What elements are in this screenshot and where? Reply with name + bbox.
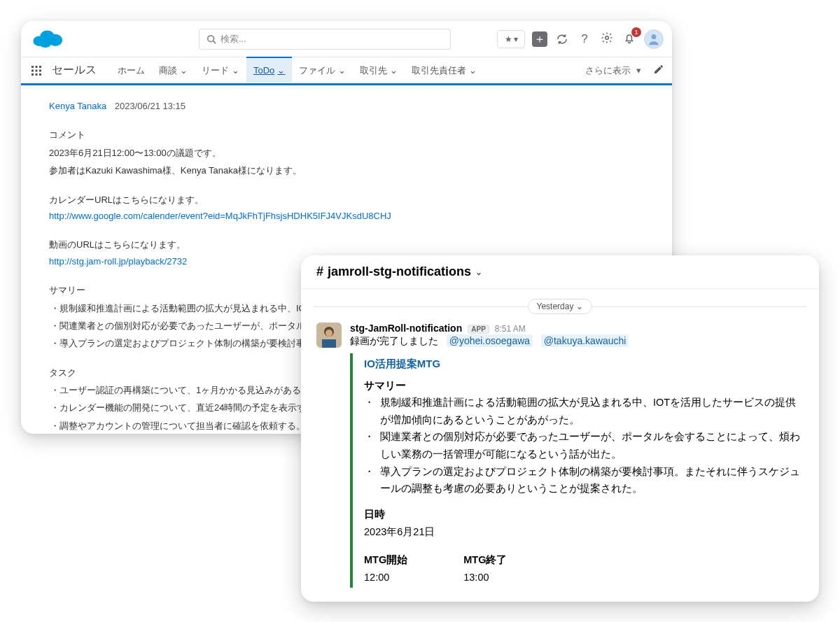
chevron-down-icon: ⌄ xyxy=(390,65,398,76)
mtg-end-value: 13:00 xyxy=(463,569,507,586)
svg-point-3 xyxy=(39,38,51,48)
nav-tab-accounts[interactable]: 取引先⌄ xyxy=(353,57,405,83)
chevron-down-icon: ⌄ xyxy=(469,65,477,76)
question-icon: ? xyxy=(581,32,587,46)
salesforce-help-sync-icon[interactable] xyxy=(554,31,570,47)
nav-tab-files[interactable]: ファイル⌄ xyxy=(292,57,353,83)
app-name: セールス xyxy=(52,63,97,78)
comment-line: 参加者はKazuki Kawashima様、Kenya Tanaka様になります… xyxy=(49,162,644,178)
user-mention[interactable]: @takuya.kawauchi xyxy=(541,334,629,347)
svg-point-6 xyxy=(606,36,609,39)
svg-rect-8 xyxy=(31,66,34,68)
nav-tab-todo[interactable]: ToDo⌄ xyxy=(246,57,292,83)
setup-button[interactable] xyxy=(599,31,615,47)
svg-rect-9 xyxy=(36,66,38,68)
chevron-down-icon: ⌄ xyxy=(475,267,482,277)
chevron-down-icon: ⌄ xyxy=(576,302,583,311)
day-separator-chip[interactable]: Yesterday ⌄ xyxy=(528,299,593,314)
attachment-summary-item: 規制緩和推進計画による活動範囲の拡大が見込まれる中、IOTを活用したサービスの提… xyxy=(364,394,802,428)
attachment-summary-item: 導入プランの選定およびプロジェクト体制の構築が要検討事項。またそれに伴うスケジュ… xyxy=(364,463,802,497)
comment-line: 2023年6月21日12:00〜13:00の議題です。 xyxy=(49,145,644,161)
attachment-summary-item: 関連業者との個別対応が必要であったユーザーが、ポータルを会することによって、煩わ… xyxy=(364,428,802,462)
channel-name: jamroll-stg-notifications xyxy=(328,264,471,279)
salesforce-topbar: 検索... ★ ▾ ＋ ? xyxy=(21,21,672,57)
record-author-link[interactable]: Kenya Tanaka xyxy=(49,101,106,111)
attachment-summary-heading: サマリー xyxy=(364,377,802,395)
calendar-url-label: カレンダーURLはこちらになります。 xyxy=(49,192,644,208)
nav-tab-contacts[interactable]: 取引先責任者⌄ xyxy=(405,57,484,83)
search-icon xyxy=(206,34,216,44)
svg-rect-11 xyxy=(31,69,34,71)
avatar-icon xyxy=(647,32,661,46)
svg-line-5 xyxy=(214,41,216,43)
day-separator: Yesterday ⌄ xyxy=(301,299,819,314)
app-launcher-button[interactable] xyxy=(27,61,46,80)
svg-rect-16 xyxy=(39,73,41,76)
salesforce-logo-icon xyxy=(32,28,64,50)
video-url-link[interactable]: http://stg.jam-roll.jp/playback/2732 xyxy=(49,256,187,267)
global-search-input[interactable]: 検索... xyxy=(199,29,451,50)
slack-window: # jamroll-stg-notifications ⌄ Yesterday … xyxy=(301,255,819,602)
notification-badge: 1 xyxy=(631,27,641,37)
header-actions: ★ ▾ ＋ ? 1 xyxy=(497,29,664,49)
comment-label: コメント xyxy=(49,127,644,143)
record-datetime: 2023/06/21 13:15 xyxy=(115,101,186,111)
chevron-down-icon: ⌄ xyxy=(338,65,346,76)
message-text: 録画が完了しました xyxy=(350,335,438,346)
nav-tab-opportunities[interactable]: 商談⌄ xyxy=(152,57,195,83)
mtg-end-heading: MTG終了 xyxy=(463,551,507,569)
calendar-url-link[interactable]: http://www.google.com/calender/event?eid… xyxy=(49,211,391,221)
svg-rect-14 xyxy=(31,73,34,76)
attachment-title[interactable]: IO活用提案MTG xyxy=(364,355,802,373)
svg-rect-10 xyxy=(39,66,41,68)
channel-header[interactable]: # jamroll-stg-notifications ⌄ xyxy=(301,255,819,289)
star-icon: ★ xyxy=(505,34,512,44)
svg-rect-20 xyxy=(322,339,336,348)
chevron-down-icon: ⌄ xyxy=(180,65,188,76)
svg-point-19 xyxy=(326,330,332,337)
attachment-date-heading: 日時 xyxy=(364,506,802,523)
salesforce-navbar: セールス ホーム 商談⌄ リード⌄ ToDo⌄ ファイル⌄ 取引先⌄ 取引先責任… xyxy=(21,57,672,85)
nav-tab-leads[interactable]: リード⌄ xyxy=(195,57,246,83)
chevron-down-icon: ▾ xyxy=(636,65,641,76)
channel-hash: # xyxy=(316,264,323,279)
help-button[interactable]: ? xyxy=(577,31,592,47)
mtg-start-value: 12:00 xyxy=(364,569,407,586)
global-create-button[interactable]: ＋ xyxy=(532,31,547,47)
sender-name[interactable]: stg-JamRoll-notification xyxy=(350,323,462,334)
user-avatar[interactable] xyxy=(644,29,664,49)
message-time: 8:51 AM xyxy=(495,324,526,334)
svg-rect-13 xyxy=(39,69,41,71)
slack-message: stg-JamRoll-notification APP 8:51 AM 録画が… xyxy=(301,320,819,348)
notifications-button[interactable]: 1 xyxy=(622,31,637,47)
attachment-date-value: 2023年6月21日 xyxy=(364,523,802,541)
pencil-icon xyxy=(653,64,664,77)
nav-tab-home[interactable]: ホーム xyxy=(111,57,152,83)
video-url-label: 動画のURLはこちらになります。 xyxy=(49,236,644,253)
svg-point-4 xyxy=(208,35,214,41)
nav-more-button[interactable]: さらに表示 ▾ xyxy=(580,64,647,77)
svg-rect-12 xyxy=(36,69,38,71)
favorites-button[interactable]: ★ ▾ xyxy=(497,30,525,48)
plus-icon: ＋ xyxy=(534,34,545,45)
search-placeholder: 検索... xyxy=(220,33,246,45)
message-text-line: 録画が完了しました @yohei.osoegawa @takuya.kawauc… xyxy=(350,335,804,348)
edit-nav-button[interactable] xyxy=(651,63,666,78)
message-attachment-block: IO活用提案MTG サマリー 規制緩和推進計画による活動範囲の拡大が見込まれる中… xyxy=(350,353,804,588)
user-mention[interactable]: @yohei.osoegawa xyxy=(447,334,533,347)
app-badge: APP xyxy=(468,325,489,334)
avatar-icon xyxy=(316,323,342,348)
chevron-down-icon: ▾ xyxy=(514,34,518,44)
chevron-down-icon: ⌄ xyxy=(277,65,285,76)
mtg-start-heading: MTG開始 xyxy=(364,551,407,569)
svg-rect-15 xyxy=(36,73,38,76)
chevron-down-icon: ⌄ xyxy=(232,65,239,76)
gear-icon xyxy=(601,31,613,47)
svg-point-7 xyxy=(652,34,657,39)
app-launcher-icon xyxy=(31,65,42,76)
sender-avatar[interactable] xyxy=(316,323,342,348)
